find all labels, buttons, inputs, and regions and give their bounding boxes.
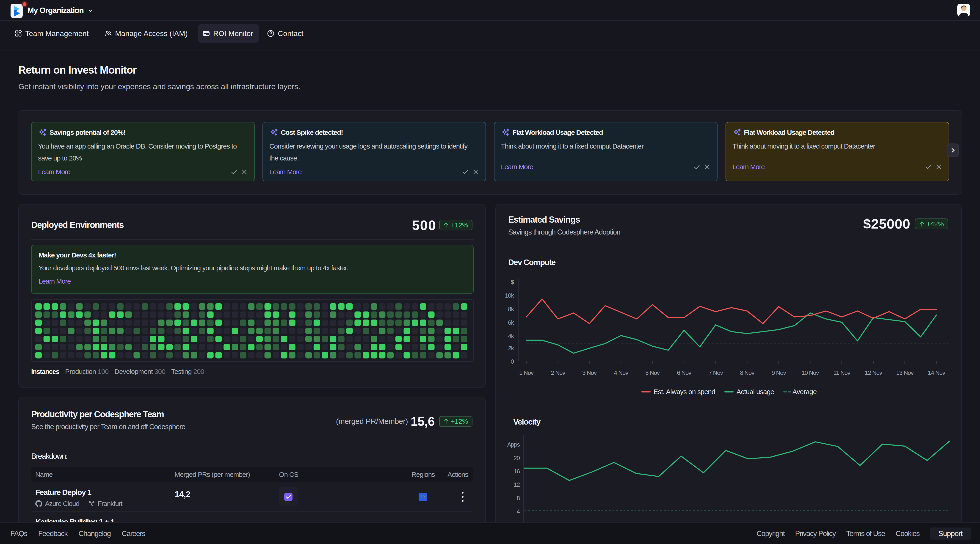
svg-text:11 Nov: 11 Nov xyxy=(833,369,850,376)
svg-text:10k: 10k xyxy=(505,292,514,299)
svg-text:9 Nov: 9 Nov xyxy=(772,369,786,376)
svg-text:8 Nov: 8 Nov xyxy=(740,369,754,376)
svg-text:2 Nov: 2 Nov xyxy=(551,369,565,376)
svg-text:2k: 2k xyxy=(508,345,514,352)
svg-text:12 Nov: 12 Nov xyxy=(865,369,882,376)
svg-text:0: 0 xyxy=(511,358,514,365)
svg-text:16: 16 xyxy=(514,468,520,475)
svg-text:4 Nov: 4 Nov xyxy=(614,369,628,376)
svg-text:0: 0 xyxy=(517,521,520,522)
svg-text:8: 8 xyxy=(517,495,520,502)
svg-text:1 Nov: 1 Nov xyxy=(519,369,534,376)
svg-text:7 Nov: 7 Nov xyxy=(709,369,723,376)
svg-text:5 Nov: 5 Nov xyxy=(645,369,660,376)
svg-text:13 Nov: 13 Nov xyxy=(896,369,913,376)
svg-text:14 Nov: 14 Nov xyxy=(928,369,945,376)
svg-text:8k: 8k xyxy=(508,305,514,312)
svg-text:Apps: Apps xyxy=(507,441,520,448)
svg-text:20: 20 xyxy=(514,455,520,461)
svg-text:$: $ xyxy=(511,278,514,285)
svg-text:4k: 4k xyxy=(508,332,514,339)
svg-text:6 Nov: 6 Nov xyxy=(677,369,691,376)
svg-text:12: 12 xyxy=(514,481,520,488)
svg-text:3 Nov: 3 Nov xyxy=(582,369,597,376)
svg-text:10 Nov: 10 Nov xyxy=(802,369,819,376)
svg-text:6k: 6k xyxy=(508,319,514,326)
svg-text:4: 4 xyxy=(517,508,520,515)
